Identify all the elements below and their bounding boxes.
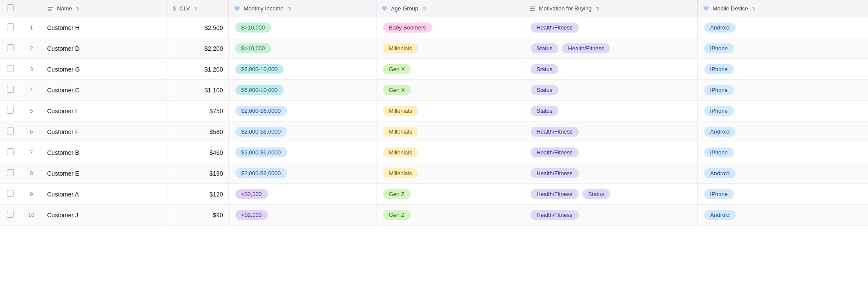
income-tag: $2,000-$6,0000: [235, 168, 287, 178]
income-column-header[interactable]: Monthly Income ⇅: [228, 0, 376, 17]
income-tags-cell: $6,000-10,000: [228, 80, 376, 101]
svg-rect-4: [530, 8, 535, 9]
motiv-column-label: Motivation for Buying: [539, 5, 591, 12]
row-number: 2: [21, 38, 42, 59]
age-tag: Gen Z: [383, 189, 411, 199]
clv-value: $90: [168, 205, 228, 226]
age-sort-icon[interactable]: ⇅: [422, 6, 426, 12]
income-tags-cell: $2,000-$6,0000: [228, 121, 376, 142]
device-tags-cell: Android: [697, 163, 868, 184]
row-checkbox[interactable]: [7, 23, 14, 30]
customer-name: Customer C: [42, 80, 168, 101]
income-tags-cell: $6,000-10,000: [228, 59, 376, 80]
svg-rect-5: [530, 10, 535, 11]
row-checkbox[interactable]: [7, 169, 14, 176]
customer-name: Customer H: [42, 17, 168, 38]
name-column-header[interactable]: Name ⇅: [42, 0, 168, 17]
customer-name: Customer I: [42, 101, 168, 121]
age-tags-cell: Gen Z: [376, 205, 524, 226]
income-sort-icon[interactable]: ⇅: [288, 6, 292, 12]
row-checkbox[interactable]: [7, 65, 14, 72]
dollar-icon: $: [173, 5, 176, 12]
motiv-tag: Status: [582, 189, 611, 199]
motiv-tags-cell: Status: [524, 101, 697, 121]
name-column-label: Name: [57, 5, 72, 12]
row-number: 7: [21, 142, 42, 163]
device-column-label: Mobile Device: [713, 5, 748, 12]
table-row: 7Customer B$460$2,000-$6,0000MillenialsH…: [0, 142, 868, 163]
age-tag: Gen X: [383, 85, 411, 95]
motiv-tag: Health/Fitness: [531, 147, 579, 157]
row-checkbox[interactable]: [7, 86, 14, 93]
motiv-tag: Health/Fitness: [562, 43, 610, 53]
clv-sort-icon[interactable]: ⇅: [194, 6, 198, 12]
svg-rect-3: [530, 7, 535, 7]
row-number: 10: [21, 205, 42, 226]
row-checkbox[interactable]: [7, 190, 14, 197]
device-tags-cell: Android: [697, 121, 868, 142]
customer-name: Customer A: [42, 184, 168, 205]
motiv-column-header[interactable]: Motivation for Buying ⇅: [524, 0, 697, 17]
table-row: 10Customer J$90<$2,000Gen ZHealth/Fitnes…: [0, 205, 868, 226]
select-all-checkbox[interactable]: [7, 4, 14, 11]
device-tags-cell: iPhone: [697, 184, 868, 205]
row-checkbox[interactable]: [7, 44, 14, 51]
income-tags-cell: $>10,000: [228, 17, 376, 38]
age-tag: Millenials: [383, 43, 418, 53]
income-tag: <$2,000: [235, 189, 268, 199]
income-tag: $6,000-10,000: [235, 85, 284, 95]
row-checkbox[interactable]: [7, 211, 14, 218]
income-tag: $6,000-10,000: [235, 64, 284, 74]
row-number: 8: [21, 163, 42, 184]
device-tags-cell: iPhone: [697, 80, 868, 101]
age-tag: Gen X: [383, 64, 411, 74]
row-number: 1: [21, 17, 42, 38]
device-tags-cell: iPhone: [697, 38, 868, 59]
clv-column-label: CLV: [179, 5, 190, 12]
age-tag: Millenials: [383, 127, 418, 137]
clv-value: $2,200: [168, 38, 228, 59]
clv-value: $2,500: [168, 17, 228, 38]
age-tags-cell: Gen X: [376, 80, 524, 101]
row-checkbox-cell: [0, 101, 21, 121]
select-all-header[interactable]: [0, 0, 21, 17]
motiv-sort-icon[interactable]: ⇅: [596, 6, 600, 12]
income-tag: $>10,000: [235, 23, 271, 33]
name-sort-icon[interactable]: ⇅: [76, 6, 80, 12]
row-number: 6: [21, 121, 42, 142]
row-checkbox[interactable]: [7, 128, 14, 134]
row-checkbox-cell: [0, 205, 21, 226]
row-checkbox[interactable]: [7, 148, 14, 155]
age-tag: Millenials: [383, 147, 418, 157]
age-column-header[interactable]: Age Group ⇅: [376, 0, 524, 17]
motiv-tag: Health/Fitness: [531, 189, 579, 199]
motiv-tag: Health/Fitness: [531, 23, 579, 33]
row-checkbox-cell: [0, 121, 21, 142]
device-heart-icon: [703, 6, 709, 12]
row-number: 5: [21, 101, 42, 121]
age-tags-cell: Millenials: [376, 163, 524, 184]
age-tags-cell: Gen X: [376, 59, 524, 80]
motiv-tag: Health/Fitness: [531, 127, 579, 137]
motiv-tag: Health/Fitness: [531, 168, 579, 178]
row-checkbox[interactable]: [7, 107, 14, 114]
age-tag: Millenials: [383, 168, 418, 178]
device-sort-icon[interactable]: ⇅: [752, 6, 756, 12]
table-header-row: Name ⇅ $ CLV ⇅ Monthly Income ⇅ Age Grou…: [0, 0, 868, 17]
text-icon: [47, 6, 53, 12]
device-tags-cell: Android: [697, 17, 868, 38]
table-row: 9Customer A$120<$2,000Gen ZHealth/Fitnes…: [0, 184, 868, 205]
row-number: 4: [21, 80, 42, 101]
age-tags-cell: Gen Z: [376, 184, 524, 205]
device-tags-cell: iPhone: [697, 142, 868, 163]
svg-rect-0: [48, 7, 53, 8]
data-table: Name ⇅ $ CLV ⇅ Monthly Income ⇅ Age Grou…: [0, 0, 868, 226]
device-column-header[interactable]: Mobile Device ⇅: [697, 0, 868, 17]
table-row: 1Customer H$2,500$>10,000Baby BoomersHea…: [0, 17, 868, 38]
motiv-tags-cell: StatusHealth/Fitness: [524, 38, 697, 59]
clv-column-header[interactable]: $ CLV ⇅: [168, 0, 228, 17]
clv-value: $1,200: [168, 59, 228, 80]
motiv-tags-cell: Status: [524, 59, 697, 80]
income-tags-cell: $2,000-$6,0000: [228, 101, 376, 121]
motiv-tags-cell: Health/Fitness: [524, 142, 697, 163]
